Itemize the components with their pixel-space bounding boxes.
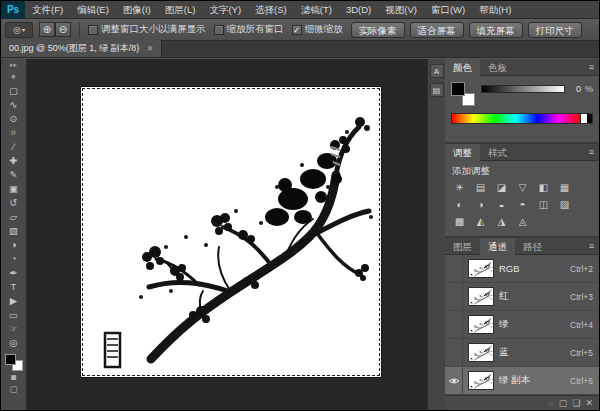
panel-menu-icon[interactable]: ≡ bbox=[584, 147, 599, 157]
menu-item[interactable]: 图层(L) bbox=[158, 1, 203, 19]
lasso-tool-icon[interactable]: ∿ bbox=[3, 98, 25, 112]
document-canvas[interactable] bbox=[81, 87, 381, 377]
panel-tab[interactable]: 色板 bbox=[480, 59, 515, 76]
menu-item[interactable]: 文件(F) bbox=[25, 1, 70, 19]
gradient-tool-icon[interactable]: ▧ bbox=[3, 224, 25, 238]
option-checkbox[interactable]: ✓ 细微缩放 bbox=[292, 23, 343, 36]
fit-screen-button[interactable]: 适合屏幕 bbox=[410, 22, 464, 38]
channel-mixer-icon[interactable]: ◓ bbox=[513, 197, 532, 213]
panel-menu-icon[interactable]: ≡ bbox=[584, 62, 599, 72]
save-selection-icon[interactable]: ▢ bbox=[559, 397, 568, 410]
marquee-tool-icon[interactable]: ▢ bbox=[3, 84, 25, 98]
pen-tool-icon[interactable]: ✒ bbox=[3, 266, 25, 280]
panel-menu-icon[interactable]: ≡ bbox=[584, 241, 599, 251]
visibility-toggle[interactable] bbox=[445, 367, 463, 395]
close-icon[interactable]: × bbox=[147, 44, 153, 54]
foreground-color-swatch[interactable] bbox=[451, 82, 465, 96]
zoom-tool-icon[interactable]: ◎ bbox=[3, 336, 25, 350]
fill-screen-button[interactable]: 填充屏幕 bbox=[469, 22, 523, 38]
threshold-icon[interactable]: ◭ bbox=[471, 214, 490, 230]
蓝[interactable]: 蓝 Ctrl+5 bbox=[445, 339, 599, 367]
actual-pixels-button[interactable]: 实际像素 bbox=[351, 22, 405, 38]
eraser-tool-icon[interactable]: ▱ bbox=[3, 210, 25, 224]
history-brush-tool-icon[interactable]: ↺ bbox=[3, 196, 25, 210]
print-size-button[interactable]: 打印尺寸 bbox=[528, 22, 582, 38]
healing-tool-icon[interactable]: ✚ bbox=[3, 154, 25, 168]
black-white-icon[interactable]: ◑ bbox=[471, 197, 490, 213]
zoom-in-button[interactable]: ⊕ bbox=[39, 22, 55, 37]
RGB[interactable]: RGB Ctrl+2 bbox=[445, 255, 599, 283]
color-swatches[interactable] bbox=[451, 82, 475, 106]
new-channel-icon[interactable]: ❏ bbox=[572, 397, 580, 410]
panel-tab[interactable]: 图层 bbox=[445, 238, 480, 255]
curves-icon[interactable]: ◪ bbox=[492, 180, 511, 196]
load-selection-icon[interactable]: ◌ bbox=[549, 397, 554, 410]
selective-color-icon[interactable]: ◬ bbox=[513, 214, 532, 230]
checkbox-box[interactable] bbox=[88, 25, 98, 35]
invert-icon[interactable]: ▨ bbox=[555, 197, 574, 213]
menu-item[interactable]: 图像(I) bbox=[116, 1, 158, 19]
black-white-spectrum-end[interactable] bbox=[581, 113, 593, 124]
levels-icon[interactable]: ▤ bbox=[471, 180, 490, 196]
foreground-color-swatch[interactable] bbox=[5, 354, 16, 365]
color-slider[interactable] bbox=[481, 85, 565, 93]
menu-item[interactable]: 帮助(H) bbox=[472, 1, 518, 19]
panel-tab[interactable]: 通道 bbox=[480, 238, 515, 255]
visibility-toggle[interactable] bbox=[445, 339, 463, 367]
hue-saturation-icon[interactable]: ▦ bbox=[555, 180, 574, 196]
quick-select-tool-icon[interactable]: ⊙ bbox=[3, 112, 25, 126]
quick-mask-icon[interactable]: ◙ bbox=[3, 371, 25, 383]
panel-tab[interactable]: 调整 bbox=[445, 144, 480, 161]
panel-tab[interactable]: 颜色 bbox=[445, 59, 480, 76]
path-select-tool-icon[interactable]: ▶ bbox=[3, 294, 25, 308]
crop-tool-icon[interactable]: ⌗ bbox=[3, 126, 25, 140]
document-tab[interactable]: 00.jpg @ 50%(图层 1, 绿 副本/8) × bbox=[1, 40, 162, 57]
menu-item[interactable]: 选择(S) bbox=[248, 1, 294, 19]
dodge-tool-icon[interactable]: ◔ bbox=[3, 252, 25, 266]
panel-tab[interactable]: 样式 bbox=[480, 144, 515, 161]
option-checkbox[interactable]: 调整窗口大小以满屏显示 bbox=[88, 23, 206, 36]
screen-mode-icon[interactable]: ▢ bbox=[3, 383, 25, 395]
move-tool-icon[interactable]: ⌖ bbox=[3, 70, 25, 84]
brightness-contrast-icon[interactable]: ☀ bbox=[450, 180, 469, 196]
color-spectrum-bar[interactable] bbox=[451, 113, 581, 124]
红[interactable]: 红 Ctrl+3 bbox=[445, 283, 599, 311]
character-panel-icon[interactable]: A bbox=[430, 64, 444, 78]
exposure-icon[interactable]: ▽ bbox=[513, 180, 532, 196]
vibrance-icon[interactable]: ◧ bbox=[534, 180, 553, 196]
menu-item[interactable]: 滤镜(T) bbox=[294, 1, 339, 19]
posterize-icon[interactable]: ▩ bbox=[450, 214, 469, 230]
canvas-area[interactable] bbox=[27, 59, 427, 410]
hand-tool-icon[interactable]: ☞ bbox=[3, 322, 25, 336]
zoom-out-button[interactable]: ⊖ bbox=[55, 22, 71, 37]
menu-item[interactable]: 视图(V) bbox=[378, 1, 424, 19]
绿 副本[interactable]: 绿 副本 Ctrl+6 bbox=[445, 367, 599, 395]
option-checkbox[interactable]: 缩放所有窗口 bbox=[214, 23, 284, 36]
menu-item[interactable]: 窗口(W) bbox=[424, 1, 472, 19]
gradient-map-icon[interactable]: ◮ bbox=[492, 214, 511, 230]
visibility-toggle[interactable] bbox=[445, 311, 463, 339]
checkbox-box[interactable]: ✓ bbox=[292, 25, 302, 35]
visibility-toggle[interactable] bbox=[445, 255, 463, 283]
color-balance-icon[interactable]: ◐ bbox=[450, 197, 469, 213]
menu-item[interactable]: 文字(Y) bbox=[202, 1, 248, 19]
visibility-toggle[interactable] bbox=[445, 283, 463, 311]
panel-tab[interactable]: 路径 bbox=[515, 238, 550, 255]
shape-tool-icon[interactable]: ▭ bbox=[3, 308, 25, 322]
eyedropper-tool-icon[interactable]: ∕ bbox=[3, 140, 25, 154]
foreground-background-swatches[interactable] bbox=[5, 354, 23, 371]
delete-channel-icon[interactable]: ✕ bbox=[585, 397, 593, 410]
color-value-field[interactable]: 0 bbox=[569, 84, 581, 94]
blur-tool-icon[interactable]: ◑ bbox=[3, 238, 25, 252]
current-tool-dropdown[interactable]: ◎ ▾ bbox=[5, 22, 33, 38]
menu-item[interactable]: 3D(D) bbox=[339, 1, 378, 19]
properties-panel-icon[interactable]: ▤ bbox=[430, 83, 444, 97]
clone-stamp-tool-icon[interactable]: ▣ bbox=[3, 182, 25, 196]
menu-item[interactable]: 编辑(E) bbox=[70, 1, 116, 19]
brush-tool-icon[interactable]: ✎ bbox=[3, 168, 25, 182]
绿[interactable]: 绿 Ctrl+4 bbox=[445, 311, 599, 339]
photo-filter-icon[interactable]: ◒ bbox=[492, 197, 511, 213]
type-tool-icon[interactable]: T bbox=[3, 280, 25, 294]
checkbox-box[interactable] bbox=[214, 25, 224, 35]
color-lookup-icon[interactable]: ◫ bbox=[534, 197, 553, 213]
